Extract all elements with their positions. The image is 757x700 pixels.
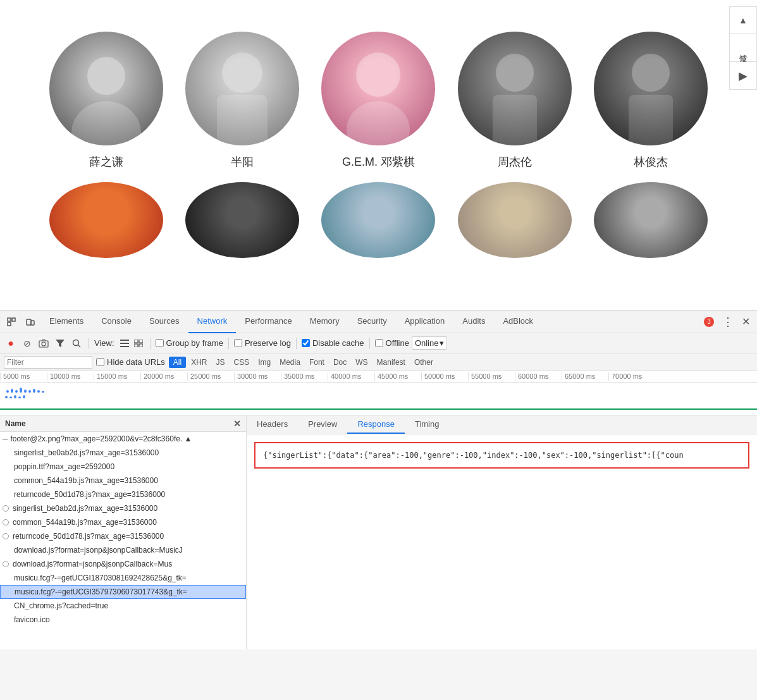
artist-item-9[interactable] (458, 182, 572, 258)
type-img-button[interactable]: Img (254, 357, 274, 367)
type-all-button[interactable]: All (169, 357, 186, 368)
artist-item-5[interactable]: 林俊杰 (594, 32, 708, 169)
file-item-8[interactable]: returncode_50d1d78.js?max_age=31536000 (0, 529, 246, 543)
type-doc-button[interactable]: Doc (329, 357, 350, 367)
artist-name-1: 薛之谦 (89, 154, 123, 169)
tab-security[interactable]: Security (348, 310, 396, 333)
type-font-button[interactable]: Font (305, 357, 328, 367)
artist-name-5: 林俊杰 (634, 154, 668, 169)
devtools-close-button[interactable]: ✕ (737, 313, 754, 331)
file-list-close-button[interactable]: ✕ (233, 419, 241, 429)
tab-audits[interactable]: Audits (453, 310, 494, 333)
file-item-name-8: returncode_50d1d78.js?max_age=31536000 (13, 532, 164, 541)
hide-data-urls-group: Hide data URLs (96, 357, 165, 367)
detail-tab-timing[interactable]: Timing (405, 415, 450, 434)
file-item-12[interactable]: musicu.fcg?-=getUCGI35797306073017743&g_… (0, 585, 246, 599)
stop-record-button[interactable]: ⊘ (20, 336, 34, 350)
svg-rect-22 (120, 346, 129, 347)
artist-avatar-4 (458, 32, 572, 145)
file-item-5[interactable]: returncode_50d1d78.js?max_age=31536000 (0, 488, 246, 501)
hide-data-urls-checkbox[interactable] (96, 358, 104, 366)
offline-checkbox[interactable] (375, 339, 383, 347)
feedback-panel: ▲ 反馈 ▶ (729, 6, 757, 90)
list-view-button[interactable] (118, 337, 131, 350)
artist-avatar-7 (185, 182, 299, 258)
tab-sources[interactable]: Sources (140, 310, 188, 333)
detail-tab-response[interactable]: Response (347, 415, 405, 434)
artist-item-4[interactable]: 周杰伦 (458, 32, 572, 169)
file-item-name-14: favicon.ico (14, 615, 50, 624)
file-item-name-2: singerlist_be0ab2d.js?max_age=31536000 (14, 448, 159, 457)
artist-item-7[interactable] (185, 182, 299, 258)
record-button[interactable]: ● (4, 336, 18, 350)
svg-rect-14 (31, 321, 34, 325)
devtools-inspect-icon[interactable] (3, 313, 20, 331)
devtools-device-icon[interactable] (22, 313, 39, 331)
type-media-button[interactable]: Media (276, 357, 304, 367)
online-dropdown[interactable]: Online ▾ (412, 336, 448, 350)
file-item-6[interactable]: singerlist_be0ab2d.js?max_age=31536000 (0, 501, 246, 515)
file-item-3[interactable]: poppin.ttf?max_age=2592000 (0, 460, 246, 474)
tab-memory[interactable]: Memory (301, 310, 348, 333)
artists-row-1: 薛之谦 半阳 G.E.M. 邓紫棋 (25, 13, 732, 176)
timeline-mark-5: 30000 ms (234, 372, 281, 381)
tab-console[interactable]: Console (92, 310, 140, 333)
devtools-more-button[interactable]: ⋮ (719, 313, 737, 331)
preserve-log-checkbox[interactable] (234, 339, 242, 347)
artist-avatar-8 (321, 182, 435, 258)
filter-toggle-button[interactable] (53, 336, 67, 350)
artist-item-3[interactable]: G.E.M. 邓紫棋 (321, 32, 435, 169)
search-button[interactable] (70, 336, 83, 350)
type-js-button[interactable]: JS (212, 357, 228, 367)
artist-avatar-5 (594, 32, 708, 145)
artist-item-6[interactable] (49, 182, 163, 258)
tab-adblock[interactable]: AdBlock (494, 310, 542, 333)
file-item-13[interactable]: CN_chrome.js?cached=true (0, 599, 246, 613)
tab-performance[interactable]: Performance (236, 310, 300, 333)
artist-item-8[interactable] (321, 182, 435, 258)
scroll-up-button[interactable]: ▲ (729, 6, 757, 34)
detail-tab-preview[interactable]: Preview (298, 415, 347, 434)
feedback-button[interactable]: 反馈 (729, 34, 757, 62)
screenshot-button[interactable] (37, 336, 51, 350)
group-by-frame-checkbox-group: Group by frame (156, 338, 223, 348)
svg-point-8 (632, 54, 670, 92)
artist-avatar-9 (458, 182, 572, 258)
error-badge: 3 (704, 317, 714, 327)
file-item-2[interactable]: singerlist_be0ab2d.js?max_age=31536000 (0, 446, 246, 460)
filter-input[interactable] (4, 356, 92, 369)
error-circle-icon: 3 (704, 317, 714, 327)
file-item-name-6: singerlist_be0ab2d.js?max_age=31536000 (13, 504, 157, 513)
type-css-button[interactable]: CSS (230, 357, 253, 367)
file-item-4[interactable]: common_544a19b.js?max_age=31536000 (0, 474, 246, 488)
svg-point-6 (496, 54, 534, 92)
tab-elements[interactable]: Elements (40, 310, 92, 333)
tab-network[interactable]: Network (188, 310, 237, 333)
svg-rect-26 (139, 344, 143, 347)
type-manifest-button[interactable]: Manifest (373, 357, 409, 367)
tab-application[interactable]: Application (396, 310, 454, 333)
file-item-7[interactable]: common_544a19b.js?max_age=31536000 (0, 515, 246, 529)
file-item-1[interactable]: ─ footer@2x.png?max_age=2592000&v=2c8fc3… (0, 432, 246, 446)
toolbar-separator-3 (228, 338, 229, 349)
type-xhr-button[interactable]: XHR (187, 357, 211, 367)
group-view-button[interactable] (132, 337, 145, 350)
file-item-11[interactable]: musicu.fcg?-=getUCGI18703081692428625&g_… (0, 571, 246, 585)
artist-item-1[interactable]: 薛之谦 (49, 32, 163, 169)
file-item-14[interactable]: favicon.ico (0, 613, 246, 627)
artist-avatar-10 (594, 182, 708, 258)
type-other-button[interactable]: Other (410, 357, 437, 367)
svg-point-2 (222, 52, 262, 93)
view-icons (118, 337, 145, 350)
video-button[interactable]: ▶ (729, 62, 757, 90)
timeline-mark-0: 5000 ms (0, 372, 47, 381)
detail-tab-headers[interactable]: Headers (247, 415, 298, 434)
artist-item-10[interactable] (594, 182, 708, 258)
artist-item-2[interactable]: 半阳 (185, 32, 299, 169)
disable-cache-checkbox[interactable] (302, 339, 310, 347)
file-item-10[interactable]: download.js?format=jsonp&jsonpCallback=M… (0, 557, 246, 571)
type-ws-button[interactable]: WS (352, 357, 371, 367)
file-item-9[interactable]: download.js?format=jsonp&jsonpCallback=M… (0, 543, 246, 557)
group-by-frame-checkbox[interactable] (156, 339, 164, 347)
file-list-header-label: Name (5, 419, 26, 428)
